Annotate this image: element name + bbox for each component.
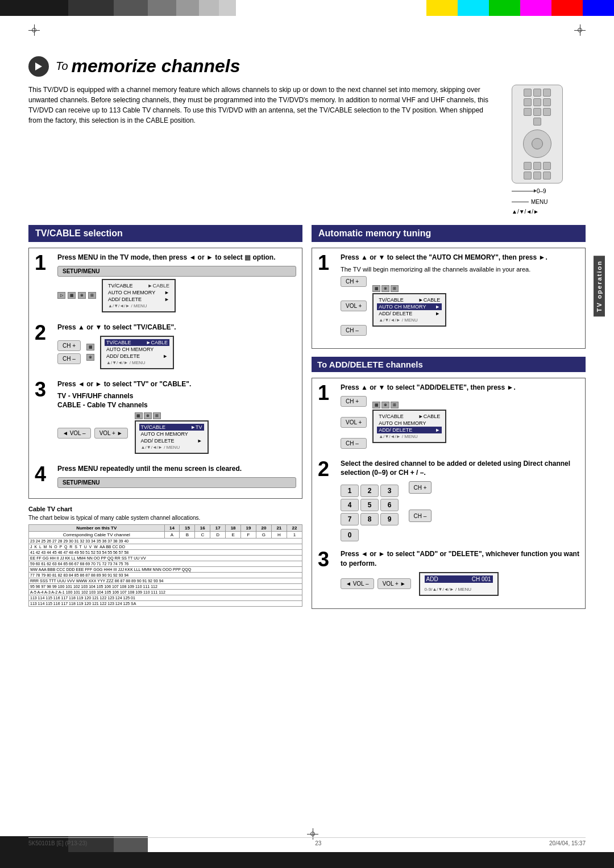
auto-steps-box: 1 Press ▲ or ▼ to select the "AUTO CH ME…: [312, 248, 586, 349]
add-ch-plus[interactable]: CH +: [341, 396, 367, 407]
intro-text: This TV/DVD is equipped with a channel m…: [28, 85, 495, 215]
screen-nav3: ▲/▼/◄/► / MENU: [139, 444, 204, 450]
chart-td: A: [164, 532, 180, 539]
chart-td: H: [271, 532, 287, 539]
bar-yellow: [426, 0, 458, 16]
vol-btns-step3: ◄ VOL – VOL + ►: [57, 428, 128, 439]
add-vol-plus-btn[interactable]: VOL + ►: [377, 578, 411, 589]
num-btn-8[interactable]: 8: [360, 513, 379, 525]
remote-btn: [543, 98, 551, 106]
chart-row: A-5 A-4 A-3 A-2 A-1 100 101 102 103 104 …: [29, 590, 302, 595]
chart-td: F: [241, 532, 256, 539]
remote-extra-row2: [524, 172, 551, 180]
num-btn-2[interactable]: 2: [360, 485, 379, 497]
auto-step1-content: Press ▲ or ▼ to select the "AUTO CH MEMO…: [341, 253, 579, 338]
ch-minus-btn[interactable]: CH –: [57, 353, 81, 364]
add-step2-num: 2: [318, 459, 335, 479]
bar-spacer: [236, 0, 426, 16]
chart-th: 14: [164, 525, 180, 532]
screen-row-tvcable-tv: TV/CABLE►TV: [139, 424, 204, 431]
bottom-black-bar: [0, 852, 614, 868]
remote-menu-label: MENU: [512, 199, 547, 205]
num-btn-0[interactable]: 0: [341, 529, 359, 541]
add-vol-plus[interactable]: VOL +: [341, 417, 367, 428]
page-title: To memorize channels: [28, 56, 586, 77]
add-screen-nav: ▲/▼/◄/► / MENU: [377, 433, 442, 440]
bar-magenta: [520, 0, 551, 16]
add-step2: 2 Select the desired channel to be added…: [318, 459, 579, 542]
chart-td: 113 114 115 116 117 118 119 120 121 122 …: [29, 601, 302, 607]
num-btn-1[interactable]: 1: [341, 485, 359, 497]
remote-btn: [524, 108, 532, 116]
step2-screen-area: CH + CH – ▦ ⊗ TV/CABLE►CABLE: [57, 336, 296, 369]
step1-tv-screen: TV/CABLE►CABLE AUTO CH MEMORY► ADD/ DELE…: [102, 279, 176, 312]
s3-icon2: ⊗: [144, 412, 152, 419]
step1-text: Press MENU in the TV mode, then press ◄ …: [57, 253, 296, 262]
bar-black5: [176, 0, 199, 16]
auto-icon3: ⊞: [391, 285, 399, 292]
step3-sub1: TV - VHF/UHF channels: [57, 392, 296, 400]
num-btn-9[interactable]: 9: [380, 513, 399, 525]
setup-menu-btn: SETUP/MENU: [57, 266, 296, 277]
chart-td: C: [195, 532, 210, 539]
num-btn-6[interactable]: 6: [380, 499, 399, 511]
add-del-nav-row: 0-9/▲/▼/◄/► / MENU: [425, 586, 493, 592]
remote-btn: [533, 172, 541, 180]
tvcable-step2: 2 Press ▲ or ▼ to select "TV/CABLE". CH …: [35, 323, 296, 372]
auto-step1-sub: The TV will begin memorizing all the cha…: [341, 266, 579, 273]
add-del-row-add: ADDCH 001: [425, 575, 493, 583]
step1-setup-btn: SETUP/MENU: [57, 266, 296, 277]
vol-plus-btn[interactable]: VOL + ►: [94, 428, 128, 439]
ch-up-btn[interactable]: CH +: [409, 481, 432, 494]
num-btn-3[interactable]: 3: [380, 485, 399, 497]
remote-num-row1: [524, 89, 551, 97]
add-step3-content: Press ◄ or ► to select "ADD" or "DELETE"…: [341, 549, 579, 598]
num-btn-5[interactable]: 5: [360, 499, 379, 511]
remote-center-btn: [532, 138, 543, 149]
chart-th: 18: [226, 525, 241, 532]
auto-vol-plus[interactable]: VOL +: [341, 301, 367, 311]
num-btn-7[interactable]: 7: [341, 513, 359, 525]
chart-row: Corresponding Cable TV channel A B C D E…: [29, 532, 302, 539]
step2-tv-screen: TV/CABLE►CABLE AUTO CH MEMORY ADD/ DELET…: [100, 336, 174, 369]
vol-minus-btn[interactable]: ◄ VOL –: [57, 428, 91, 439]
chart-th: 22: [287, 525, 302, 532]
remote-arrows-label: ▲/▼/◄/►: [512, 208, 539, 215]
step2-num: 2: [35, 323, 52, 343]
ch-pair-step2: CH + CH –: [409, 481, 432, 522]
step3-tv-screen: TV/CABLE►TV AUTO CH MEMORY ADD/ DELETE►: [135, 420, 209, 454]
add-screen-tvcable: TV/CABLE►CABLE: [377, 413, 442, 420]
auto-ch-plus[interactable]: CH +: [341, 276, 367, 287]
remote-btn: [543, 172, 551, 180]
mini-icons-s3: ▦ ⊗ ⊞: [135, 412, 209, 419]
chart-row: 23 24 25 26 27 28 29 30 31 32 33 34 35 3…: [29, 539, 302, 544]
tvcable-step4: 4 Press MENU repeatedly until the menu s…: [35, 464, 296, 488]
auto-step1-screen: TV/CABLE►CABLE AUTO CH MEMORY► ADD/ DELE…: [372, 293, 446, 327]
remote-num-row2: [524, 98, 551, 106]
chart-td: 1: [287, 532, 302, 539]
bar-cyan: [458, 0, 489, 16]
step2-text: Press ▲ or ▼ to select "TV/CABLE".: [57, 323, 296, 332]
add-vol-minus-btn[interactable]: ◄ VOL –: [341, 578, 374, 589]
screen-nav2: ▲/▼/◄/► / MENU: [105, 360, 169, 366]
add-step1: 1 Press ▲ or ▼ to select "ADD/DELETE", t…: [318, 383, 579, 451]
page-footer: 5K50101B [E] (P13-23) 23 20/4/04, 15:37: [28, 837, 586, 846]
add-ch-minus[interactable]: CH –: [341, 438, 367, 449]
chart-th: Number on this TV: [29, 525, 165, 532]
chart-th: 16: [195, 525, 210, 532]
num-btn-4[interactable]: 4: [341, 499, 359, 511]
step3-screen-wrap: ▦ ⊗ ⊞ TV/CABLE►TV AUTO CH MEMORY: [135, 412, 209, 454]
step4-content: Press MENU repeatedly until the menu scr…: [57, 464, 296, 488]
chart-th: 20: [256, 525, 271, 532]
remote-box: [512, 85, 563, 183]
auto-ch-minus[interactable]: CH –: [341, 325, 367, 336]
ch-plus-btn[interactable]: CH +: [57, 340, 81, 351]
ch-down-btn[interactable]: CH –: [409, 510, 432, 522]
chart-td: 23 24 25 26 27 28 29 30 31 32 33 34 35 3…: [29, 539, 302, 544]
main-columns: TV/CABLE selection 1 Press MENU in the T…: [28, 225, 586, 614]
add-icon2: ⊗: [381, 402, 389, 408]
auto-spacer: [341, 289, 367, 298]
title-to: To: [56, 60, 68, 73]
add-step1-content: Press ▲ or ▼ to select "ADD/DELETE", the…: [341, 383, 579, 451]
add-step2-content: Select the desired channel to be added o…: [341, 459, 579, 542]
